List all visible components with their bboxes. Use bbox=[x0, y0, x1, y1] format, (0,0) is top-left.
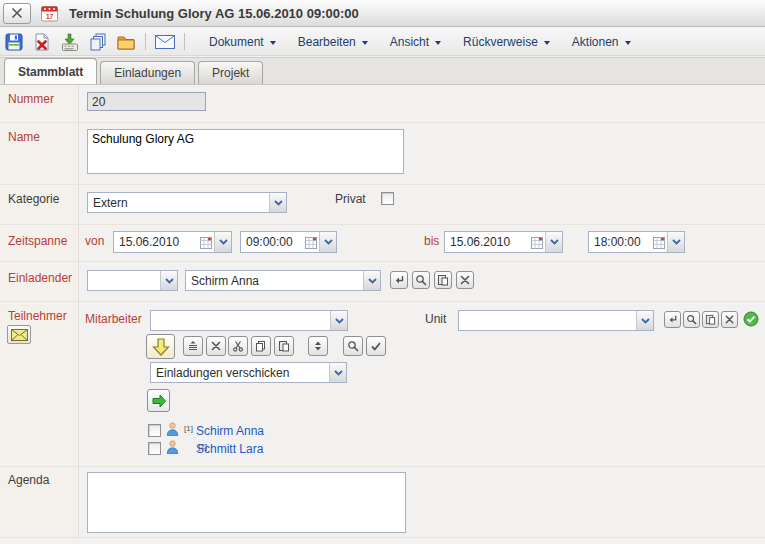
person-icon bbox=[166, 422, 179, 439]
envelope-icon bbox=[11, 329, 28, 341]
nummer-label: Nummer bbox=[8, 92, 54, 106]
save-button[interactable] bbox=[0, 29, 28, 54]
svg-text:17: 17 bbox=[46, 12, 54, 19]
chevron-down-icon bbox=[319, 232, 336, 252]
calendar-icon[interactable] bbox=[653, 236, 667, 249]
goto-icon bbox=[393, 274, 405, 286]
search-icon bbox=[415, 274, 427, 286]
delete-document-icon bbox=[32, 32, 52, 52]
copy-button[interactable] bbox=[84, 29, 112, 54]
checkin-button[interactable] bbox=[56, 29, 84, 54]
mitarbeiter-select[interactable] bbox=[150, 310, 348, 331]
kategorie-select[interactable]: Extern bbox=[87, 192, 287, 213]
bis-date-select[interactable]: 15.06.2010 bbox=[444, 231, 563, 253]
participant-link[interactable]: Schirm Anna bbox=[196, 424, 264, 438]
participant-index: [1] bbox=[184, 424, 193, 433]
search-icon bbox=[686, 314, 697, 325]
einladender-person-select[interactable]: Schirm Anna bbox=[185, 270, 381, 291]
appointment-calendar-icon: 17 bbox=[40, 4, 59, 23]
nummer-input[interactable] bbox=[87, 92, 206, 111]
check-icon bbox=[370, 340, 382, 352]
paste-icon bbox=[437, 274, 449, 286]
bis-time-select[interactable]: 18:00:00 bbox=[588, 231, 685, 253]
search-icon bbox=[347, 340, 359, 352]
menu-bar: Dokument Bearbeiten Ansicht Rückverweise… bbox=[198, 35, 642, 49]
participant-checkbox[interactable] bbox=[148, 442, 161, 455]
checkin-icon bbox=[60, 32, 80, 52]
person-icon bbox=[166, 440, 179, 457]
aktion-select[interactable]: Einladungen verschicken bbox=[150, 362, 347, 383]
menu-dokument[interactable]: Dokument bbox=[209, 35, 276, 49]
unit-label: Unit bbox=[425, 312, 446, 326]
copy-icon bbox=[88, 32, 108, 52]
unit-clear-button[interactable] bbox=[721, 311, 738, 328]
toolbar: Dokument Bearbeiten Ansicht Rückverweise… bbox=[0, 28, 765, 56]
search-participant-button[interactable] bbox=[343, 336, 363, 356]
agenda-label: Agenda bbox=[8, 473, 49, 487]
tab-einladungen[interactable]: Einladungen bbox=[100, 61, 195, 84]
check-participant-button[interactable] bbox=[366, 336, 386, 356]
mitarbeiter-label: Mitarbeiter bbox=[85, 312, 142, 326]
cut-button[interactable] bbox=[228, 336, 248, 356]
calendar-icon[interactable] bbox=[305, 236, 319, 249]
chevron-down-icon bbox=[435, 41, 441, 45]
mail-button[interactable] bbox=[151, 29, 179, 54]
tab-projekt[interactable]: Projekt bbox=[198, 61, 263, 84]
toolbar-separator bbox=[184, 33, 185, 50]
save-icon bbox=[4, 32, 24, 52]
chevron-down-icon bbox=[270, 41, 276, 45]
menu-rueckverweise[interactable]: Rückverweise bbox=[463, 35, 550, 49]
chevron-down-icon bbox=[362, 41, 368, 45]
einladender-clear-button[interactable] bbox=[456, 271, 474, 289]
sort-button[interactable] bbox=[308, 336, 328, 356]
app-window: 17 Termin Schulung Glory AG 15.06.2010 0… bbox=[0, 0, 765, 14]
tab-bar: Stammblatt Einladungen Projekt bbox=[0, 57, 765, 85]
execute-action-button[interactable] bbox=[147, 389, 170, 412]
tab-stammblatt[interactable]: Stammblatt bbox=[4, 58, 97, 84]
unit-search-button[interactable] bbox=[683, 311, 700, 328]
arrow-right-icon bbox=[151, 393, 167, 409]
unit-paste-button[interactable] bbox=[702, 311, 719, 328]
name-label: Name bbox=[8, 130, 40, 144]
clear-icon bbox=[459, 274, 471, 286]
copy-icon bbox=[255, 340, 267, 352]
unit-goto-button[interactable] bbox=[664, 311, 681, 328]
name-textarea[interactable]: Schulung Glory AG bbox=[87, 129, 404, 174]
close-button[interactable] bbox=[3, 3, 31, 24]
unit-accept-button[interactable] bbox=[743, 311, 759, 330]
paste-participant-button[interactable] bbox=[274, 336, 294, 356]
chevron-down-icon bbox=[269, 193, 286, 212]
privat-label: Privat bbox=[335, 192, 366, 206]
einladender-paste-button[interactable] bbox=[434, 271, 452, 289]
chevron-down-icon bbox=[544, 41, 550, 45]
calendar-icon[interactable] bbox=[200, 236, 214, 249]
von-time-select[interactable]: 09:00:00 bbox=[240, 231, 337, 253]
calendar-icon[interactable] bbox=[531, 236, 545, 249]
delete-button[interactable] bbox=[28, 29, 56, 54]
chevron-down-icon bbox=[545, 232, 562, 252]
participant-link[interactable]: Schmitt Lara bbox=[196, 442, 263, 456]
privat-checkbox[interactable] bbox=[381, 192, 394, 205]
agenda-textarea[interactable] bbox=[87, 472, 406, 533]
menu-aktionen[interactable]: Aktionen bbox=[572, 35, 631, 49]
list-select-button[interactable] bbox=[183, 336, 203, 356]
von-date-select[interactable]: 15.06.2010 bbox=[113, 231, 232, 253]
unit-select[interactable] bbox=[458, 310, 654, 331]
einladender-typ-select[interactable] bbox=[87, 270, 178, 291]
menu-ansicht[interactable]: Ansicht bbox=[390, 35, 441, 49]
sort-icon bbox=[312, 340, 324, 352]
folder-button[interactable] bbox=[112, 29, 140, 54]
chevron-down-icon bbox=[330, 311, 347, 330]
cut-icon bbox=[232, 340, 244, 352]
clear-icon bbox=[724, 314, 735, 325]
add-participant-button[interactable] bbox=[146, 334, 175, 359]
title-bar: 17 Termin Schulung Glory AG 15.06.2010 0… bbox=[0, 0, 765, 27]
menu-bearbeiten[interactable]: Bearbeiten bbox=[298, 35, 368, 49]
einladender-goto-button[interactable] bbox=[390, 271, 408, 289]
invite-mail-button[interactable] bbox=[7, 325, 31, 344]
einladender-search-button[interactable] bbox=[412, 271, 430, 289]
chevron-down-icon bbox=[636, 311, 653, 330]
participant-checkbox[interactable] bbox=[148, 424, 161, 437]
copy-participant-button[interactable] bbox=[251, 336, 271, 356]
remove-participant-button[interactable] bbox=[206, 336, 226, 356]
